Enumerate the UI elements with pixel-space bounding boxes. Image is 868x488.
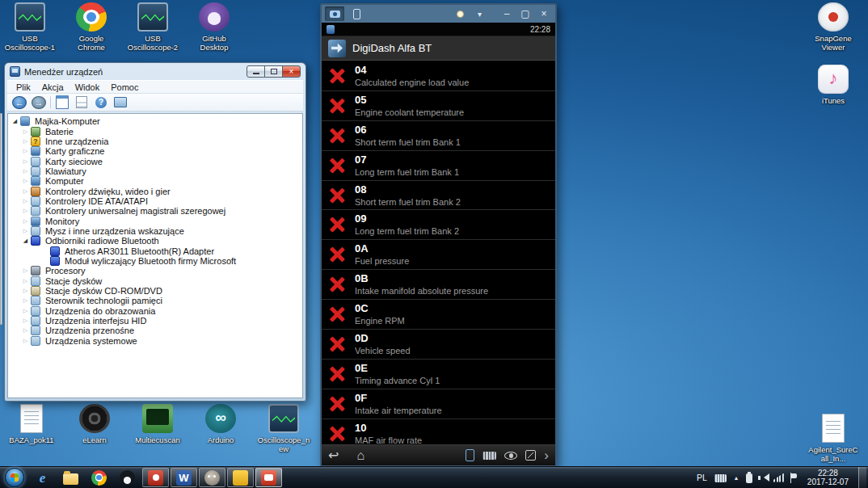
tree-expander-icon[interactable] [21,176,30,186]
tree-expander-icon[interactable] [21,146,30,156]
tree-item[interactable]: Moduł wyliczający Bluetooth firmy Micros… [8,256,302,266]
tree-item[interactable]: Kontrolery IDE ATA/ATAPI [8,196,302,206]
desktop-icon[interactable]: eLearn [68,404,121,453]
tray-icon[interactable] [714,474,727,482]
android-window-titlebar[interactable]: ▾ – ▢ × [322,5,555,23]
pid-row[interactable]: 06 Short term fuel trim Bank 1 [322,121,555,151]
tree-item[interactable]: Urządzenia do obrazowania [8,306,302,316]
taskbar-app-button[interactable] [171,468,197,487]
tray-icon[interactable] [790,473,798,483]
tree-expander-icon[interactable] [21,137,30,146]
menu-item[interactable]: Widok [70,82,106,93]
desktop-icon[interactable]: BAZA_pok11 [5,404,58,453]
tray-icon[interactable] [746,473,752,483]
tree-item[interactable]: Sterownik technologii pamięci [8,296,302,305]
tree-item[interactable]: Kontrolery uniwersalnej magistrali szere… [8,206,302,216]
desktop-icon[interactable]: Multiecuscan [131,404,184,453]
tree-item[interactable]: Monitory [8,216,302,225]
tree-item[interactable]: Stacje dysków CD-ROM/DVD [8,286,302,296]
desktop-icon[interactable]: USB Oscilloscope-1 [3,2,57,52]
device-tab-icon[interactable] [347,6,366,21]
taskbar-app-button[interactable] [114,468,141,487]
tree-item[interactable]: Atheros AR3011 Bluetooth(R) Adapter [8,246,302,255]
taskbar-app-button[interactable] [142,468,169,487]
menu-item[interactable]: Pomoc [105,82,144,93]
pid-row[interactable]: 08 Short term fuel trim Bank 2 [322,181,555,211]
tray-icon[interactable] [773,473,784,483]
desktop-icon[interactable]: iTunes [807,65,860,105]
tray-icon[interactable] [758,473,768,483]
tree-expander-icon[interactable] [21,196,30,206]
nav-icon[interactable] [504,452,517,460]
tree-item[interactable]: Mysz i inne urządzenia wskazujące [8,226,302,236]
toolbar-button[interactable] [11,95,27,110]
tree-expander-icon[interactable] [21,236,30,246]
pid-row[interactable]: 09 Long term fuel trim Bank 2 [322,210,555,240]
tree-expander-icon[interactable] [21,286,30,296]
taskbar-app-button[interactable] [86,468,112,487]
nav-icon[interactable] [328,445,339,466]
pid-row[interactable]: 0F Intake air temperature [322,389,555,419]
tree-item[interactable]: Klawiatury [8,166,302,176]
tree-expander-icon[interactable] [21,306,30,316]
nav-icon[interactable] [482,452,496,460]
taskbar-app-button[interactable] [255,468,282,487]
tree-item[interactable]: Majka-Komputer [8,116,302,126]
maximize-button[interactable]: ▢ [517,6,533,22]
tree-expander-icon[interactable] [21,266,30,276]
tree-item[interactable]: Procesory [8,266,302,276]
toolbar-button[interactable] [93,95,109,110]
tray-icon[interactable] [732,473,740,483]
tree-expander-icon[interactable] [21,157,30,166]
toolbar-button[interactable] [54,95,70,110]
tree-item[interactable]: Karty graficzne [8,146,302,156]
close-button[interactable]: × [282,65,301,78]
tree-item[interactable]: Urządzenia interfejsu HID [8,316,302,326]
minimize-button[interactable] [246,65,265,78]
pid-row[interactable]: 0E Timing advance Cyl 1 [322,360,555,389]
toolbar-button[interactable] [74,95,90,110]
desktop-icon[interactable]: Google Chrome [65,2,118,52]
tree-expander-icon[interactable] [21,226,30,236]
pid-row[interactable]: 0C Engine RPM [322,300,555,330]
start-button[interactable] [0,467,29,488]
show-desktop-button[interactable] [858,467,866,488]
pid-row[interactable]: 04 Calculated engine load value [322,61,555,91]
menu-item[interactable]: Plik [11,82,36,93]
pid-row[interactable]: 05 Engine coolant temperature [322,91,555,121]
taskbar-clock[interactable]: 22:28 2017-12-07 [803,469,853,487]
nav-icon[interactable] [544,445,549,466]
tree-item[interactable]: Baterie [8,126,302,136]
nav-icon[interactable] [466,449,474,461]
tree-expander-icon[interactable] [21,206,30,216]
pid-row[interactable]: 07 Long term fuel trim Bank 1 [322,151,555,181]
tree-item[interactable]: Karty sieciowe [8,156,302,166]
desktop-icon[interactable]: GitHub Desktop [188,2,241,52]
record-indicator-icon[interactable] [457,11,464,18]
pid-row[interactable]: 10 MAF air flow rate [322,419,555,444]
desktop-icon[interactable]: Arduino [194,404,247,453]
maximize-button[interactable] [264,65,283,78]
pid-row[interactable]: 0A Fuel pressure [322,240,555,270]
taskbar-app-button[interactable] [57,468,84,487]
language-indicator[interactable]: PL [695,473,709,482]
tree-expander-icon[interactable] [21,127,30,137]
screenshot-tab-icon[interactable] [325,6,344,21]
desktop-icon[interactable]: USB Oscilloscope-2 [126,2,179,52]
minimize-button[interactable]: – [499,6,515,22]
tree-item[interactable]: Komputer [8,176,302,186]
close-button[interactable]: × [536,6,552,22]
pid-row[interactable]: 0B Intake manifold absolute pressure [322,270,555,300]
tree-expander-icon[interactable] [21,187,30,196]
nav-icon[interactable] [356,445,364,466]
taskbar-app-button[interactable] [227,468,254,487]
toolbar-button[interactable] [50,96,51,108]
tree-expander-icon[interactable] [21,326,30,335]
toolbar-button[interactable] [31,95,47,110]
desktop-icon[interactable]: Oscilloscope_new [257,404,310,453]
toolbar-button[interactable] [112,95,129,110]
tree-expander-icon[interactable] [21,166,30,176]
tree-item[interactable]: Odbiorniki radiowe Bluetooth [8,236,302,246]
taskbar-app-button[interactable] [29,468,56,487]
tree-item[interactable]: Urządzenia przenośne [8,326,302,335]
